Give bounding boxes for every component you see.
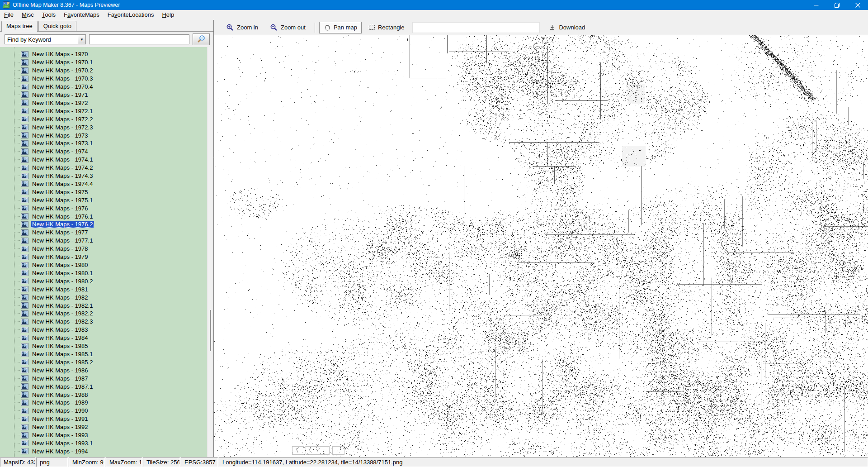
menubar: FileMiscToolsFavoriteMapsFavoriteLocatio…: [0, 10, 868, 20]
menu-item-favoritelocations[interactable]: FavoriteLocations: [104, 10, 158, 19]
tree-item[interactable]: New HK Maps - 1985: [0, 342, 207, 350]
tree-item[interactable]: New HK Maps - 1988: [0, 391, 207, 399]
status-text: MapsID: 4326: [4, 459, 35, 466]
tree-item[interactable]: New HK Maps - 1975: [0, 188, 207, 196]
map-canvas[interactable]: [214, 35, 868, 457]
tree-item[interactable]: New HK Maps - 1982.1: [0, 301, 207, 310]
tab-maps-tree[interactable]: Maps tree: [1, 21, 38, 32]
tree-item[interactable]: New HK Maps - 1990: [0, 407, 207, 415]
pan-map-button[interactable]: Pan map: [319, 22, 362, 33]
minimize-button[interactable]: [806, 0, 826, 10]
tree-item[interactable]: New HK Maps - 1974.3: [0, 172, 207, 180]
map-image-icon: [21, 391, 28, 398]
tree-item[interactable]: New HK Maps - 1979: [0, 253, 207, 261]
tree-item[interactable]: New HK Maps - 1993: [0, 431, 207, 439]
tree-item[interactable]: New HK Maps - 1970.4: [0, 83, 207, 91]
tree-item[interactable]: New HK Maps - 1972.2: [0, 115, 207, 123]
tree-item[interactable]: New HK Maps - 1980.1: [0, 269, 207, 277]
tree-item[interactable]: New HK Maps - 1974.2: [0, 164, 207, 172]
tree-guide-line: [14, 402, 20, 403]
toolbar-field[interactable]: [412, 22, 540, 33]
map-image-icon: [21, 375, 28, 381]
tree-item[interactable]: New HK Maps - 1970: [0, 50, 207, 58]
menu-item-file[interactable]: File: [0, 10, 18, 19]
menu-item-misc[interactable]: Misc: [18, 10, 38, 19]
tree-item[interactable]: New HK Maps - 1977.1: [0, 237, 207, 245]
toolbar-button-label: Pan map: [334, 24, 357, 31]
tree-item[interactable]: New HK Maps - 1978: [0, 245, 207, 253]
tree-item[interactable]: New HK Maps - 1974.4: [0, 180, 207, 188]
tree-item[interactable]: New HK Maps - 1972.1: [0, 107, 207, 115]
map-image-icon: [21, 91, 28, 98]
tree-item[interactable]: New HK Maps - 1991: [0, 415, 207, 423]
tree-item[interactable]: New HK Maps - 1982: [0, 293, 207, 301]
close-button[interactable]: [847, 0, 868, 10]
tree-item[interactable]: New HK Maps - 1976.1: [0, 212, 207, 220]
tree-item[interactable]: New HK Maps - 1982.3: [0, 318, 207, 326]
find-by-combo[interactable]: Find by Keyword ▼: [5, 34, 86, 44]
tree-item[interactable]: New HK Maps - 1975.1: [0, 196, 207, 204]
tree-guide-line: [14, 248, 20, 249]
tree-item[interactable]: New HK Maps - 1970.3: [0, 75, 207, 83]
tree-item[interactable]: New HK Maps - 1986: [0, 366, 207, 374]
tree-guide-line: [14, 135, 20, 136]
tree-item[interactable]: New HK Maps - 1976.2: [0, 220, 207, 229]
tree-item[interactable]: New HK Maps - 1993.1: [0, 439, 207, 448]
tree-item-label: New HK Maps - 1988: [31, 391, 90, 398]
tree-item[interactable]: New HK Maps - 1970.1: [0, 58, 207, 67]
zoom-in-button[interactable]: Zoom in: [222, 22, 263, 33]
menu-item-help[interactable]: Help: [158, 10, 178, 19]
tree-item[interactable]: New HK Maps - 1976: [0, 204, 207, 212]
tree-item[interactable]: New HK Maps - 1994: [0, 447, 207, 455]
tree-item[interactable]: New HK Maps - 1970.2: [0, 67, 207, 75]
tree-item[interactable]: New HK Maps - 1989: [0, 399, 207, 407]
map-image-icon: [21, 157, 28, 163]
tree-guide-line: [14, 410, 20, 411]
tree-item[interactable]: New HK Maps - 1974.1: [0, 156, 207, 164]
tree-item[interactable]: New HK Maps - 1987: [0, 374, 207, 382]
download-button[interactable]: Download: [544, 22, 590, 33]
tree-item[interactable]: New HK Maps - 1980.2: [0, 277, 207, 285]
search-button[interactable]: [193, 33, 210, 45]
tree-item-label: New HK Maps - 1989: [31, 399, 90, 406]
map-toolbar: Zoom inZoom outPan mapRectangleDownload: [214, 20, 868, 35]
tree-item[interactable]: New HK Maps - 1984: [0, 334, 207, 342]
tree-item[interactable]: New HK Maps - 1972.3: [0, 123, 207, 131]
tree-item[interactable]: New HK Maps - 1985.2: [0, 358, 207, 366]
map-area: [214, 35, 868, 457]
tree-item[interactable]: New HK Maps - 1992: [0, 423, 207, 431]
tree-item[interactable]: New HK Maps - 1974: [0, 148, 207, 156]
tree-item[interactable]: New HK Maps - 1977: [0, 229, 207, 237]
tree-item-label: New HK Maps - 1987: [31, 375, 90, 382]
map-image-icon: [21, 181, 28, 187]
sidebar-tabs: Maps treeQuick goto: [0, 20, 213, 32]
tree-item-label: New HK Maps - 1980.1: [31, 270, 94, 276]
tree-item[interactable]: New HK Maps - 1973.1: [0, 139, 207, 148]
tree-item[interactable]: New HK Maps - 1983: [0, 326, 207, 334]
tree-item[interactable]: New HK Maps - 1982.2: [0, 310, 207, 318]
combo-dropdown-button[interactable]: ▼: [78, 35, 85, 44]
search-input[interactable]: [89, 34, 189, 44]
rectangle-button[interactable]: Rectangle: [364, 22, 409, 33]
menu-item-tools[interactable]: Tools: [38, 10, 60, 19]
tree-item[interactable]: New HK Maps - 1987.1: [0, 382, 207, 391]
map-image-icon: [21, 302, 28, 309]
tree-item[interactable]: New HK Maps - 1971: [0, 91, 207, 99]
rectangle-icon: [369, 25, 375, 30]
tree-item[interactable]: New HK Maps - 1985.1: [0, 350, 207, 358]
tree-item[interactable]: New HK Maps - 1981: [0, 285, 207, 293]
tree-guide-line: [14, 176, 20, 176]
tree-item-label: New HK Maps - 1974.2: [31, 164, 94, 171]
zoom-out-button[interactable]: Zoom out: [265, 22, 310, 33]
menu-item-favoritemaps[interactable]: FavoriteMaps: [60, 10, 104, 19]
tree-item[interactable]: New HK Maps - 1980: [0, 261, 207, 269]
maximize-button[interactable]: [826, 0, 847, 10]
tree-scrollbar-thumb[interactable]: [210, 310, 211, 351]
tree-item-label: New HK Maps - 1977: [31, 229, 90, 236]
tree-scrollbar[interactable]: [207, 47, 213, 457]
tree-item[interactable]: New HK Maps - 1972: [0, 99, 207, 107]
tab-quick-goto[interactable]: Quick goto: [38, 21, 76, 31]
tree-guide-line: [14, 451, 20, 452]
tree-item[interactable]: New HK Maps - 1973: [0, 131, 207, 139]
map-image-icon: [21, 76, 28, 82]
